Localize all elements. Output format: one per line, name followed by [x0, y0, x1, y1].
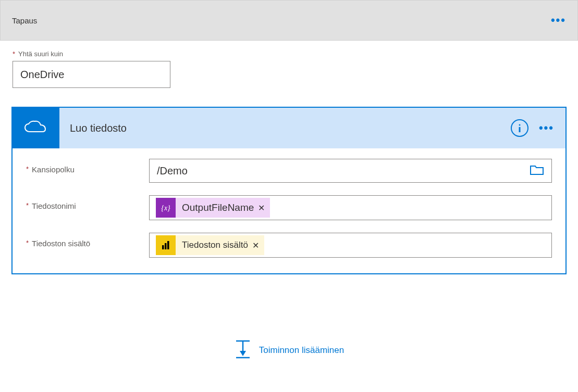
case-header: Tapaus •••: [0, 0, 578, 41]
file-content-input[interactable]: Tiedoston sisältö ✕: [149, 233, 552, 258]
onedrive-icon: [13, 108, 59, 148]
file-content-label-text: Tiedoston sisältö: [32, 239, 90, 248]
file-name-label: * Tiedostonimi: [26, 195, 149, 210]
folder-path-row: * Kansiopolku /Demo: [26, 159, 552, 183]
file-name-row: * Tiedostonimi {x} OutputFileName ✕: [26, 195, 552, 220]
remove-token-button[interactable]: ✕: [252, 241, 259, 250]
remove-token-button[interactable]: ✕: [258, 203, 265, 213]
required-indicator: *: [26, 239, 29, 248]
svg-marker-8: [240, 351, 246, 356]
case-menu-button[interactable]: •••: [551, 14, 566, 27]
svg-rect-5: [167, 241, 169, 249]
equals-label: * Yhtä suuri kuin: [13, 50, 565, 58]
insert-step-icon[interactable]: [234, 338, 252, 362]
file-name-label-text: Tiedostonimi: [32, 201, 76, 210]
equals-label-text: Yhtä suuri kuin: [18, 50, 63, 58]
required-indicator: *: [13, 50, 15, 58]
action-menu-button[interactable]: •••: [539, 121, 554, 135]
powerbi-token-label: Tiedoston sisältö: [182, 240, 248, 250]
action-header[interactable]: Luo tiedosto •••: [13, 108, 565, 148]
powerbi-icon: [156, 235, 176, 255]
svg-text:{x}: {x}: [161, 204, 170, 212]
action-title: Luo tiedosto: [70, 122, 511, 134]
equals-section: * Yhtä suuri kuin: [0, 41, 578, 88]
variable-token[interactable]: {x} OutputFileName ✕: [156, 198, 270, 218]
add-action-button[interactable]: Toiminnon lisääminen: [259, 345, 344, 356]
create-file-action: Luo tiedosto ••• * Kansiopolku /Demo: [11, 107, 567, 274]
powerbi-token[interactable]: Tiedoston sisältö ✕: [156, 235, 264, 255]
case-title: Tapaus: [12, 16, 37, 25]
svg-point-0: [519, 124, 520, 126]
add-action-row: Toiminnon lisääminen: [0, 338, 578, 362]
folder-path-value: /Demo: [154, 165, 530, 177]
powerbi-token-body: Tiedoston sisältö ✕: [176, 235, 264, 255]
required-indicator: *: [26, 201, 29, 210]
file-content-label: * Tiedoston sisältö: [26, 233, 149, 248]
svg-rect-1: [519, 127, 520, 132]
equals-input[interactable]: [13, 61, 170, 88]
folder-picker-button[interactable]: [530, 164, 544, 178]
svg-rect-3: [162, 245, 164, 249]
variable-token-label: OutputFileName: [182, 202, 254, 213]
info-button[interactable]: [511, 119, 528, 137]
folder-path-label-text: Kansiopolku: [32, 165, 75, 174]
file-name-input[interactable]: {x} OutputFileName ✕: [149, 195, 552, 220]
folder-path-input[interactable]: /Demo: [149, 159, 552, 183]
variable-token-body: OutputFileName ✕: [176, 198, 270, 218]
variable-icon: {x}: [156, 198, 176, 218]
action-body: * Kansiopolku /Demo * Tiedostonimi: [13, 148, 565, 273]
file-content-row: * Tiedoston sisältö Tiedoston sisältö ✕: [26, 233, 552, 258]
folder-path-label: * Kansiopolku: [26, 159, 149, 174]
svg-rect-4: [165, 243, 167, 249]
required-indicator: *: [26, 165, 29, 174]
